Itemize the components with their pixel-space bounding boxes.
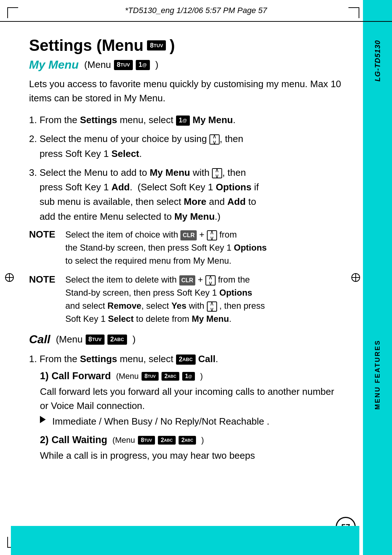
my-menu-menu-word: (Menu <box>82 59 111 70</box>
note1-clr-key: CLR <box>180 230 197 240</box>
cf-key-2: 2ABC <box>162 372 179 381</box>
settings-key-8: 8TUV <box>147 40 166 50</box>
note2-clr-key: CLR <box>179 275 196 285</box>
note2-content: Select the item to delete with CLR + ∧∨ … <box>65 273 345 325</box>
call-close: ) <box>130 334 136 345</box>
step1-key: 1@ <box>176 116 190 126</box>
my-menu-heading: My Menu (Menu 8TUV 1@ ) <box>29 58 345 72</box>
right-arrow-icon <box>40 416 46 423</box>
cw-close-paren: ) <box>199 436 204 445</box>
nav-key-step2: ∧∨ <box>209 134 220 145</box>
cw-menu-paren: (Menu <box>110 436 135 445</box>
call-forward-menu-paren: (Menu <box>114 372 139 381</box>
call-heading: Call (Menu 8TUV 2ABC ) <box>29 333 345 346</box>
note1-content: Select the item of choice with CLR + ∧∨ … <box>65 228 345 267</box>
bottom-bar <box>11 526 359 555</box>
menu-features-label: Menu Features <box>363 340 392 410</box>
call-forward-section: 1) Call Forward (Menu 8TUV 2ABC 1@ ) Cal… <box>40 370 345 427</box>
cw-key-2b: 2ABC <box>179 436 196 445</box>
section-title-text: Settings (Menu <box>29 36 143 54</box>
my-menu-italic: My Menu <box>29 58 79 72</box>
section-title-close: ) <box>170 36 175 54</box>
call-waiting-num: 2) <box>40 434 49 446</box>
call-key-2: 2ABC <box>107 335 127 345</box>
note1-label: NOTE <box>29 228 65 267</box>
note-block-2: NOTE Select the item to delete with CLR … <box>29 273 345 325</box>
note2-nav-key2: ∧∨ <box>207 301 217 312</box>
main-content: Settings (Menu 8TUV ) My Menu (Menu 8TUV… <box>11 22 359 555</box>
call-forward-num: 1) <box>40 370 49 382</box>
brand-name: LG-TD5130 <box>373 40 382 82</box>
call-waiting-desc: While a call is in progress, you may hea… <box>40 449 345 463</box>
note2-label: NOTE <box>29 273 65 325</box>
menu-features-text: Menu Features <box>374 340 381 410</box>
note-block-1: NOTE Select the item of choice with CLR … <box>29 228 345 267</box>
call-forward-title: 1) Call Forward (Menu 8TUV 2ABC 1@ ) <box>40 370 345 382</box>
cf-close-paren: ) <box>198 372 203 381</box>
right-sidebar: LG-TD5130 Menu Features <box>363 0 392 555</box>
my-menu-key-8: 8TUV <box>114 60 133 70</box>
nav-key-step3: ∧∨ <box>212 168 222 178</box>
note2-nav-key: ∧∨ <box>205 275 216 285</box>
cf-key-8: 8TUV <box>142 372 159 381</box>
call-forward-options: Immediate / When Busy / No Reply/Not Rea… <box>52 416 269 427</box>
brand-label: LG-TD5130 <box>363 36 392 85</box>
my-menu-step1: 1. From the Settings menu, select 1@ My … <box>29 113 345 127</box>
call-forward-label: Call Forward <box>52 370 111 382</box>
cw-key-8: 8TUV <box>138 436 155 445</box>
call-waiting-section: 2) Call Waiting (Menu 8TUV 2ABC 2ABC ) W… <box>40 434 345 463</box>
call-key-8: 8TUV <box>86 335 105 345</box>
my-menu-step2: 2. Select the menu of your choice by usi… <box>29 131 345 161</box>
call-waiting-label: Call Waiting <box>52 434 107 446</box>
cf-key-1: 1@ <box>182 372 195 381</box>
call-waiting-title: 2) Call Waiting (Menu 8TUV 2ABC 2ABC ) <box>40 434 345 446</box>
call-step1: 1. From the Settings menu, select 2ABC C… <box>29 352 345 366</box>
page-header: *TD5130_eng 1/12/06 5:57 PM Page 57 <box>0 0 392 22</box>
header-text: *TD5130_eng 1/12/06 5:57 PM Page 57 <box>125 6 267 15</box>
cw-key-2a: 2ABC <box>158 436 176 445</box>
note1-nav-key: ∧∨ <box>207 230 217 240</box>
my-menu-step3: 3. Select the Menu to add to My Menu wit… <box>29 165 345 224</box>
section-title: Settings (Menu 8TUV ) <box>29 36 345 54</box>
my-menu-intro: Lets you access to favorite menu quickly… <box>29 77 345 105</box>
my-menu-key-1: 1@ <box>136 60 150 70</box>
call-italic: Call <box>29 333 50 346</box>
call-step1-key: 2ABC <box>176 355 196 365</box>
call-forward-desc: Call forward lets you forward all your i… <box>40 385 345 413</box>
note1-from: from <box>219 230 237 239</box>
call-forward-arrow-item: Immediate / When Busy / No Reply/Not Rea… <box>40 416 345 427</box>
crop-mark-bl2 <box>7 537 8 548</box>
my-menu-close: ) <box>153 59 159 70</box>
call-menu-word: (Menu <box>53 334 83 345</box>
